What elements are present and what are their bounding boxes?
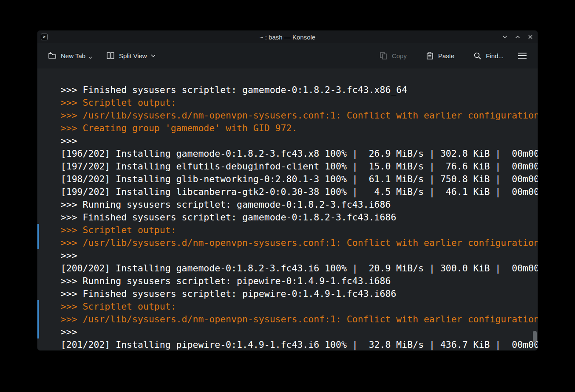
new-output-marker-icon [37, 313, 39, 326]
copy-label: Copy [392, 52, 407, 59]
new-output-marker-icon [37, 224, 39, 237]
terminal-line: >>> /usr/lib/sysusers.d/nm-openvpn-sysus… [39, 224, 538, 237]
terminal-line: >>> Scriptlet output: [39, 211, 538, 224]
window-titlebar[interactable]: > ~ : bash — Konsole [37, 31, 538, 43]
chevron-up-icon [515, 34, 521, 40]
terminal-line: >>> Finished sysusers scriptlet: gamemod… [39, 71, 538, 84]
paste-label: Paste [438, 52, 454, 59]
terminal-line: >>> Scriptlet output: [39, 84, 538, 96]
terminal-line-text: [201/202] Installing pipewire-0:1.4.9-1.… [61, 339, 538, 350]
chevron-down-icon [502, 34, 508, 40]
new-tab-icon [48, 51, 57, 60]
terminal-line: [199/202] Installing libcanberra-gtk2-0:… [39, 173, 538, 186]
window-title: ~ : bash — Konsole [37, 34, 538, 41]
new-tab-button[interactable]: New Tab [43, 47, 96, 64]
maximize-button[interactable] [515, 34, 521, 40]
close-button[interactable] [527, 34, 533, 40]
terminal-line: >>> Creating group 'gamemode' with GID 9… [39, 109, 538, 122]
terminal-line: >>> Finished sysusers scriptlet: pipewir… [39, 275, 538, 288]
paste-button[interactable]: Paste [421, 48, 459, 64]
find-label: Find... [486, 52, 504, 59]
terminal-line: [198/202] Installing glib-networking-0:2… [39, 160, 538, 173]
terminal-line: [201/202] Installing pipewire-0:1.4.9-1.… [39, 326, 538, 338]
terminal-line: [197/202] Installing elfutils-debuginfod… [39, 147, 538, 160]
find-button[interactable]: Find... [469, 48, 508, 64]
minimize-button[interactable] [502, 34, 508, 40]
toolbar: New Tab Split View Copy [37, 43, 538, 68]
terminal-line: [196/202] Installing gamemode-0:1.8.2-3.… [39, 135, 538, 147]
new-output-marker-icon [37, 237, 39, 249]
new-tab-label: New Tab [61, 52, 85, 59]
terminal-line: >>> [39, 237, 538, 249]
search-icon [473, 51, 482, 60]
terminal-line: >>> /usr/lib/sysusers.d/nm-openvpn-sysus… [39, 96, 538, 109]
window-controls [502, 31, 533, 43]
paste-icon [425, 51, 434, 60]
copy-icon [379, 51, 388, 60]
terminal-line: [200/202] Installing gamemode-0:1.8.2-3.… [39, 249, 538, 262]
terminal-line: >>> Scriptlet output: [39, 288, 538, 300]
split-view-icon [106, 51, 115, 60]
new-output-marker-icon [37, 300, 39, 313]
terminal-line: >>> Running sysusers scriptlet: pipewire… [39, 262, 538, 275]
hamburger-menu-button[interactable] [513, 48, 532, 64]
split-view-button[interactable]: Split View [102, 47, 160, 64]
copy-button: Copy [375, 48, 411, 64]
chevron-down-icon [151, 54, 156, 57]
close-icon [527, 34, 533, 40]
terminal-line: >>> Running sysusers scriptlet: gamemode… [39, 186, 538, 198]
terminal-line: >>> /usr/lib/sysusers.d/nm-openvpn-sysus… [39, 300, 538, 313]
hamburger-icon [517, 51, 527, 60]
split-view-label: Split View [119, 52, 147, 59]
terminal-line: >>> Finished sysusers scriptlet: gamemod… [39, 198, 538, 211]
scrollbar-thumb[interactable] [533, 331, 537, 342]
chevron-down-icon [88, 56, 92, 59]
terminal-output[interactable]: >>> Finished sysusers scriptlet: gamemod… [37, 68, 538, 350]
terminal-line: >>> [39, 313, 538, 326]
new-output-marker-icon [37, 326, 39, 338]
terminal-line: >>> [39, 122, 538, 135]
konsole-window: > ~ : bash — Konsole [37, 31, 538, 350]
